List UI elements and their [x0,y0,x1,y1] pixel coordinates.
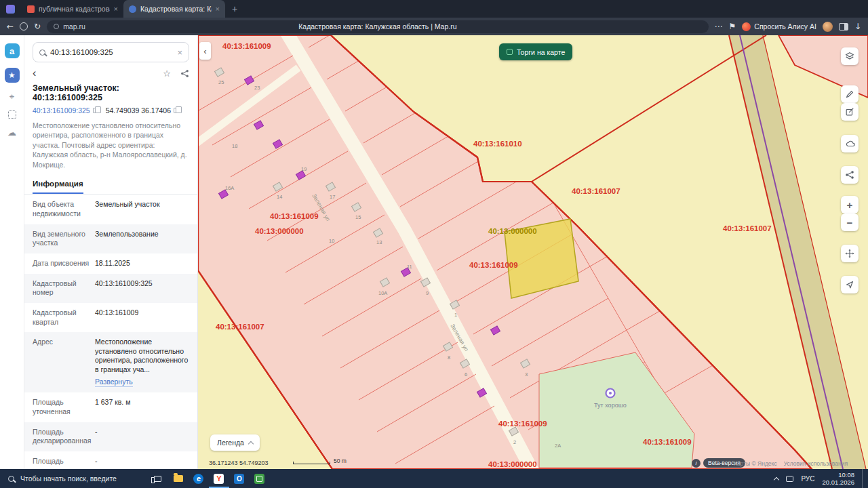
cloud-icon[interactable]: ☁ [7,128,16,137]
browser-home-icon[interactable] [20,22,28,30]
share-map-button[interactable] [841,166,859,184]
expand-address-link[interactable]: Развернуть [95,378,133,388]
svg-text:40:13:161007: 40:13:161007 [572,187,620,195]
parcel-title: Земельный участок: 40:13:161009:325 [24,81,197,106]
clear-search-icon[interactable]: × [177,47,182,58]
layers-button[interactable] [841,47,859,65]
svg-text:40:13:161009: 40:13:161009 [222,42,271,50]
taskbar-clock[interactable]: 10:08 20.01.2026 [822,471,854,487]
outlook-button[interactable]: O [229,469,250,488]
panel-tabs: Информация [24,176,197,195]
yandex-browser-button[interactable]: Y [209,469,229,488]
browser-tabbar: публичная кадастровая к × Кадастровая ка… [0,0,868,18]
table-row: Площадь декларированная- [24,422,197,451]
language-indicator[interactable]: РУС [801,475,814,483]
info-icon[interactable]: i [692,459,701,468]
search-icon [39,49,45,56]
compose-button[interactable] [841,103,859,121]
info-table: Вид объекта недвижимостиЗемельный участо… [24,195,197,469]
tab1-close-icon[interactable]: × [114,5,118,13]
chevron-up-icon [248,441,254,446]
pencil-button[interactable] [841,85,859,103]
panel-nav: ‹ ☆ [24,65,197,81]
site-globe-icon [54,24,59,29]
task-view-button[interactable] [148,469,168,488]
show-desktop-button[interactable] [862,469,865,488]
search-input[interactable] [50,48,172,56]
table-row: Кадастровый квартал40:13:161009 [24,303,197,332]
taskbar-search-icon [8,476,14,482]
tab2-favicon [129,5,136,13]
table-row: Вид объекта недвижимостиЗемельный участо… [24,195,197,224]
favorite-star-icon[interactable]: ☆ [163,68,171,79]
poi-label: Тут хорошо [594,402,627,409]
zoom-out-button[interactable]: − [841,214,859,231]
pan-button[interactable] [841,245,859,262]
refresh-button[interactable]: ↻ [34,22,41,31]
coordinates-chip[interactable]: 54.749039 36.17406 [106,106,178,115]
panel-back-button[interactable]: ‹ [33,68,36,79]
zoom-in-button[interactable]: + [841,196,859,214]
green-app-button[interactable] [250,469,270,488]
map-canvas[interactable]: 25 23 18 19 16А 14 17 15 13 10 11 10А 9 … [198,35,868,469]
profile-avatar[interactable] [823,22,833,32]
svg-text:15: 15 [355,214,361,220]
svg-text:19: 19 [301,166,307,172]
svg-text:17: 17 [330,194,335,200]
locate-button[interactable] [841,276,859,293]
copy-icon[interactable] [93,108,98,113]
bookmark-flag-icon[interactable]: ⚑ [729,22,736,31]
favorites-button[interactable]: ★ [5,68,20,83]
tab-groups-icon[interactable] [6,5,15,14]
edge-browser-button[interactable]: e [189,469,209,488]
browser-tab-1[interactable]: публичная кадастровая к × [22,0,123,18]
address-bar[interactable]: map.ru Кадастровая карта: Калужская обла… [47,20,708,33]
copy-icon[interactable] [174,108,178,113]
tab2-close-icon[interactable]: × [216,5,220,13]
downloads-icon[interactable]: ↓ [854,22,861,31]
svg-text:40:13:161007: 40:13:161007 [216,323,264,331]
table-row: Площадь- [24,451,197,469]
file-explorer-button[interactable] [168,469,189,488]
svg-text:40:13:000000: 40:13:000000 [488,227,537,235]
table-row: Дата присвоения18.11.2025 [24,253,197,274]
svg-text:40:13:161009: 40:13:161009 [469,261,518,269]
more-icon[interactable]: ⋯ [715,22,723,31]
system-tray: РУС 10:08 20.01.2026 [774,469,868,488]
back-button[interactable]: ← [7,22,14,31]
table-row-address: Адрес Местоположение установлено относит… [24,332,197,392]
svg-text:40:13:161009: 40:13:161009 [498,420,547,428]
alice-button[interactable]: Спросить Алису AI [742,22,816,31]
collapse-panel-button[interactable]: ‹ [199,42,211,60]
svg-text:23: 23 [254,85,260,91]
tab1-favicon [27,5,35,13]
app-logo[interactable]: a [5,43,20,58]
torgi-button[interactable]: Торги на карте [499,43,572,60]
taskbar-search[interactable]: Чтобы начать поиск, введите [0,474,125,483]
scale-line [293,462,330,464]
search-box[interactable]: × [33,42,189,62]
svg-text:16А: 16А [225,185,234,191]
selection-tool-icon[interactable] [8,110,16,119]
map-attribution: Карты © Яндекс Условия использования [734,460,848,467]
side-panel-icon[interactable] [839,23,848,30]
cadastral-number-link[interactable]: 40:13:161009:325 [33,106,98,115]
terms-link[interactable]: Условия использования [784,460,848,467]
svg-text:3: 3 [525,371,528,378]
browser-toolbar: ← ↻ map.ru Кадастровая карта: Калужская … [0,18,868,35]
svg-text:1: 1 [454,312,457,318]
tray-icon[interactable] [786,476,793,482]
table-row: Площадь уточненная1 637 кв. м [24,392,197,422]
legend-button[interactable]: Легенда [210,434,260,451]
cloud-upload-button[interactable] [841,135,859,152]
geo-tools-icon[interactable]: ⌖ [9,92,14,101]
tab-information[interactable]: Информация [33,176,83,194]
attribution-text: Карты © Яндекс [734,460,777,467]
svg-text:8: 8 [448,354,450,361]
tab2-label: Кадастровая карта: Ка [140,5,212,13]
tray-expand-icon[interactable] [774,476,779,482]
share-icon[interactable] [180,69,189,78]
alice-orb-icon [742,22,751,31]
browser-tab-2-active[interactable]: Кадастровая карта: Ка × [123,0,225,18]
new-tab-button[interactable]: + [232,3,237,14]
